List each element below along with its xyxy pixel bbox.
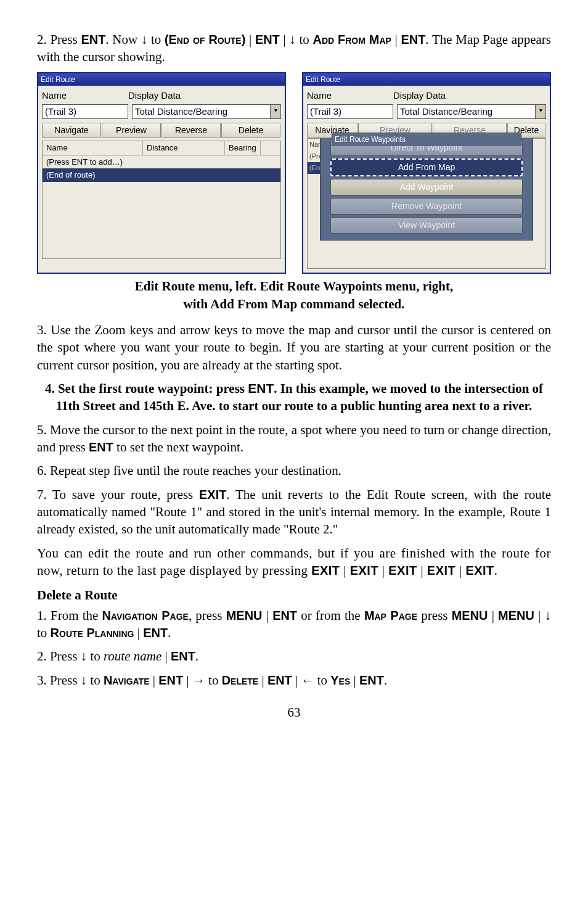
col-bearing: Bearing bbox=[225, 141, 261, 155]
col-name: Name bbox=[43, 141, 143, 155]
key-exit: EXIT bbox=[199, 488, 226, 501]
preview-button[interactable]: Preview bbox=[102, 123, 161, 138]
menu-view-waypoint: View Waypoint bbox=[330, 217, 523, 234]
delete-button[interactable]: Delete bbox=[221, 123, 280, 138]
sep: | bbox=[161, 649, 171, 664]
text: . bbox=[195, 649, 198, 664]
key-ent: ENT bbox=[267, 673, 292, 687]
sep: | bbox=[488, 608, 498, 623]
edit-route-dialog-left: Edit Route Name Display Data (Trail 3) T… bbox=[37, 72, 286, 274]
key-exit: EXIT bbox=[427, 564, 455, 577]
text: 2. Press ↓ to bbox=[37, 649, 104, 664]
navigate-button[interactable]: Navigate bbox=[42, 123, 101, 138]
label-end-of-route: (End of Route) bbox=[165, 33, 245, 46]
step-4-heading: 4. Set the first route waypoint: press E… bbox=[37, 380, 551, 415]
button-row: Navigate Preview Reverse Delete Edit Rou… bbox=[307, 123, 546, 138]
yes-label: Yes bbox=[330, 673, 350, 687]
sep: | bbox=[258, 673, 267, 688]
route-name-input[interactable]: (Trail 3) bbox=[307, 104, 393, 119]
text: 3. Press ↓ to bbox=[37, 673, 104, 688]
sep: | bbox=[340, 563, 350, 578]
waypoint-list[interactable]: Name Distance Bearing (Press ENT to add…… bbox=[42, 141, 281, 259]
key-menu: MENU bbox=[498, 609, 534, 622]
key-ent: ENT bbox=[272, 609, 297, 622]
name-label: Name bbox=[42, 89, 125, 102]
col-distance: Distance bbox=[143, 141, 225, 155]
key-ent: ENT bbox=[81, 33, 105, 46]
key-ent: ENT bbox=[171, 649, 195, 663]
text: to set the next waypoint. bbox=[113, 440, 243, 454]
para-8: You can edit the route and run other com… bbox=[37, 545, 551, 580]
sep: | bbox=[245, 32, 255, 47]
para-7: 7. To save your route, press EXIT. The u… bbox=[37, 486, 551, 538]
key-exit: EXIT bbox=[465, 564, 494, 577]
delete-route-heading: Delete a Route bbox=[37, 586, 551, 604]
edit-route-waypoints-popup: Direct To Waypoint Add From Map Add Wayp… bbox=[320, 133, 533, 240]
map-page: Map Page bbox=[364, 609, 417, 622]
key-ent: ENT bbox=[359, 673, 384, 687]
para-3: 3. Use the Zoom keys and arrow keys to m… bbox=[37, 321, 551, 374]
para-5: 5. Move the cursor to the next point in … bbox=[37, 421, 551, 456]
navigate-label: Navigate bbox=[104, 673, 150, 687]
caption-line2: with Add From Map command selected. bbox=[184, 297, 405, 311]
key-exit: EXIT bbox=[350, 564, 378, 577]
key-ent: ENT bbox=[89, 440, 113, 454]
delete-step-1: 1. From the Navigation Page, press MENU … bbox=[37, 607, 551, 642]
menu-remove-waypoint: Remove Waypoint bbox=[330, 198, 523, 215]
text: 4. Set the first route waypoint: press bbox=[45, 381, 248, 396]
reverse-button[interactable]: Reverse bbox=[161, 123, 221, 138]
text: or from the bbox=[297, 608, 364, 623]
delete-step-3: 3. Press ↓ to Navigate | ENT | → to Dele… bbox=[37, 672, 551, 689]
key-ent: ENT bbox=[158, 673, 183, 687]
delete-step-2: 2. Press ↓ to route name | ENT. bbox=[37, 648, 551, 665]
list-item[interactable]: (Press ENT to add…) bbox=[43, 155, 280, 169]
label-add-from-map: Add From Map bbox=[313, 33, 391, 46]
titlebar: Edit Route bbox=[38, 73, 285, 86]
screenshot-pair: Edit Route Name Display Data (Trail 3) T… bbox=[37, 72, 551, 274]
sep: | bbox=[150, 673, 159, 688]
text: | ↓ to bbox=[280, 32, 313, 47]
para-6: 6. Repeat step five until the route reac… bbox=[37, 462, 551, 479]
route-name-placeholder: route name bbox=[104, 649, 161, 664]
sep: | bbox=[455, 563, 465, 578]
key-ent: ENT bbox=[401, 33, 425, 46]
display-data-label: Display Data bbox=[128, 89, 281, 102]
key-ent: ENT bbox=[143, 626, 168, 639]
figure-caption: Edit Route menu, left. Edit Route Waypoi… bbox=[37, 278, 551, 313]
menu-add-waypoint[interactable]: Add Waypoint bbox=[330, 179, 523, 195]
key-menu: MENU bbox=[452, 609, 488, 622]
text: . bbox=[168, 625, 171, 640]
delete-label: Delete bbox=[222, 673, 259, 687]
text: press bbox=[417, 608, 452, 623]
key-exit: EXIT bbox=[388, 564, 417, 577]
popup-titlebar: Edit Route Waypoints bbox=[332, 133, 521, 146]
display-data-select[interactable]: Total Distance/Bearing ▾ bbox=[397, 104, 546, 119]
text: 2. Press bbox=[37, 32, 81, 47]
sep: | bbox=[350, 673, 359, 688]
name-label: Name bbox=[307, 89, 390, 102]
display-data-value: Total Distance/Bearing bbox=[397, 104, 536, 119]
key-menu: MENU bbox=[226, 609, 263, 622]
text: 7. To save your route, press bbox=[37, 487, 199, 502]
text: . Now ↓ to bbox=[105, 32, 165, 47]
route-name-input[interactable]: (Trail 3) bbox=[42, 104, 128, 119]
chevron-down-icon[interactable]: ▾ bbox=[536, 104, 546, 119]
sep: | bbox=[262, 608, 272, 623]
caption-line1: Edit Route menu, left. Edit Route Waypoi… bbox=[135, 279, 453, 294]
page-number: 63 bbox=[37, 704, 551, 721]
sep: | bbox=[378, 563, 388, 578]
display-data-select[interactable]: Total Distance/Bearing ▾ bbox=[132, 104, 281, 119]
titlebar: Edit Route bbox=[303, 73, 550, 86]
text: | → to bbox=[183, 673, 222, 688]
para-2: 2. Press ENT. Now ↓ to (End of Route) | … bbox=[37, 31, 551, 66]
list-item-selected[interactable]: (End of route) bbox=[43, 168, 280, 182]
key-exit: EXIT bbox=[311, 564, 340, 577]
sep: | bbox=[417, 563, 427, 578]
chevron-down-icon[interactable]: ▾ bbox=[271, 104, 281, 119]
menu-add-from-map[interactable]: Add From Map bbox=[330, 158, 523, 176]
key-ent: ENT bbox=[255, 33, 280, 46]
key-ent: ENT bbox=[248, 381, 274, 395]
list-header: Name Distance Bearing bbox=[43, 141, 280, 155]
display-data-value: Total Distance/Bearing bbox=[132, 104, 271, 119]
text: | ← to bbox=[292, 673, 331, 688]
